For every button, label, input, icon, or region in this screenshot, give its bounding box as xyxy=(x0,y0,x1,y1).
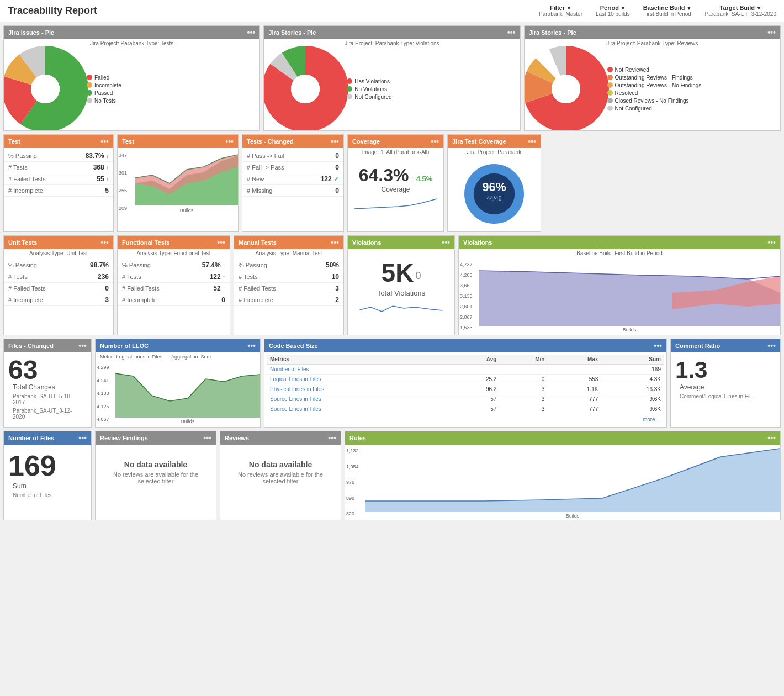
coverage-body: 64.3% ↑ 4.5% Coverage xyxy=(348,156,443,213)
jira-test-coverage-menu[interactable]: ••• xyxy=(528,137,536,146)
tests-changed-header: Tests - Changed ••• xyxy=(242,135,343,148)
target-label: Target Build ▼ xyxy=(720,4,761,11)
lloc-menu[interactable]: ••• xyxy=(247,341,256,350)
pass-fail-label: # Pass -> Fail xyxy=(247,152,284,159)
coverage-widget: Coverage ••• Image: 1: All (Parabank-All… xyxy=(347,134,444,232)
comment-ratio-body: 1.3 Average Comment/Logical Lines in Fil… xyxy=(671,352,780,406)
page-title: Traceability Report xyxy=(8,5,97,17)
jira-test-coverage-header: Jira Test Coverage ••• xyxy=(448,135,541,148)
num-files-big: 169 xyxy=(8,449,87,482)
legend-label-outstanding-findings: Outstanding Reviews - Findings xyxy=(615,75,693,81)
rules-widget: Rules ••• 1,132 1,054 976 898 820 xyxy=(345,431,781,520)
more-link[interactable]: more... xyxy=(267,414,664,425)
missing-value: 0 xyxy=(335,187,339,194)
violations-chart-y-axis: 4,737 4,203 3,669 3,135 2,601 2,067 1,53… xyxy=(459,260,479,333)
bottom-row: Number of Files ••• 169 Sum Number of Fi… xyxy=(3,431,781,520)
violations-stat-title: Violations xyxy=(352,239,381,246)
period-sub: Last 10 builds xyxy=(596,11,630,17)
files-changed-sub2: Parabank_SA-UT_3-12-2020 xyxy=(8,408,87,422)
comment-ratio-menu[interactable]: ••• xyxy=(767,341,776,350)
target-control[interactable]: Target Build ▼ Parabank_SA-UT_3-12-2020 xyxy=(704,4,776,17)
lloc-x-label: Builds xyxy=(115,419,260,424)
jira-stories-violations-legend: Has Violations No Violations Not Configu… xyxy=(347,78,391,100)
period-control[interactable]: Period ▼ Last 10 builds xyxy=(596,4,630,17)
violations-stat-widget: Violations ••• 5K 0 Total Violations xyxy=(347,235,455,335)
legend-label-no-violations: No Violations xyxy=(354,86,387,92)
manual-tests-header: Manual Tests ••• xyxy=(234,236,343,249)
legend-dot-not-configured-v xyxy=(347,94,352,99)
files-changed-title: Files - Changed xyxy=(8,342,54,349)
test-stats-header: Test ••• xyxy=(4,135,113,148)
manual-tests-menu[interactable]: ••• xyxy=(331,238,339,247)
test-stats-menu[interactable]: ••• xyxy=(100,137,109,146)
num-files-menu[interactable]: ••• xyxy=(78,434,87,442)
legend-dot-failed xyxy=(87,75,92,80)
unit-failed: # Failed Tests 0 xyxy=(4,283,113,294)
table-row: Logical Lines in Files 25.2 0 553 4.3K xyxy=(267,375,664,384)
tests-changed-title: Tests - Changed xyxy=(247,138,294,145)
table-row: Source Lines in Files 57 3 777 9.6K xyxy=(267,404,664,414)
manual-tests-count: # Tests 10 xyxy=(234,271,343,283)
baseline-control[interactable]: Baseline Build ▼ First Build in Period xyxy=(643,4,692,17)
coverage-menu[interactable]: ••• xyxy=(431,137,439,146)
col-min: Min xyxy=(500,355,548,365)
rules-menu[interactable]: ••• xyxy=(767,434,776,442)
pie-row: Jira Issues - Pie ••• Jira Project: Para… xyxy=(3,25,781,131)
jira-issues-pie-menu[interactable]: ••• xyxy=(247,28,256,37)
legend-dot-closed-no-findings xyxy=(607,98,613,103)
violations-chart-menu[interactable]: ••• xyxy=(767,238,776,247)
violations-stat-menu[interactable]: ••• xyxy=(442,238,450,247)
legend-has-violations: Has Violations xyxy=(347,78,391,85)
legend-dot-passed xyxy=(87,90,92,96)
rules-area-chart xyxy=(365,446,780,512)
legend-label-closed-no-findings: Closed Reviews - No Findings xyxy=(615,98,689,104)
jira-test-coverage-title: Jira Test Coverage xyxy=(452,138,506,145)
comment-ratio-label: Average xyxy=(675,383,776,393)
legend-not-configured-r: Not Configured xyxy=(607,106,702,112)
passing-pct-value: 83.7% ↓ xyxy=(86,152,109,160)
jira-stories-violations-body: Has Violations No Violations Not Configu… xyxy=(264,48,520,130)
unit-tests-menu[interactable]: ••• xyxy=(100,238,109,247)
functional-tests-menu[interactable]: ••• xyxy=(217,238,225,247)
functional-tests-widget: Functional Tests ••• Analysis Type: Func… xyxy=(117,235,230,335)
legend-label-no-tests: No Tests xyxy=(94,98,116,104)
main-content: Jira Issues - Pie ••• Jira Project: Para… xyxy=(0,22,784,527)
legend-label-has-violations: Has Violations xyxy=(354,78,390,85)
test-chart-area: Builds xyxy=(135,150,238,213)
rules-body: 1,132 1,054 976 898 820 Builds xyxy=(345,445,780,520)
violations-chart-body: 4,737 4,203 3,669 3,135 2,601 2,067 1,53… xyxy=(459,257,780,335)
jira-test-coverage-body: 96% 44/46 xyxy=(448,156,541,231)
test-stats-widget: Test ••• % Passing 83.7% ↓ # Tests xyxy=(3,134,114,232)
jira-stories-violations-menu[interactable]: ••• xyxy=(507,28,516,37)
num-files-title: Number of Files xyxy=(8,435,54,441)
new-check: ✓ xyxy=(333,175,339,183)
reviews-menu[interactable]: ••• xyxy=(328,434,336,442)
legend-incomplete: Incomplete xyxy=(87,82,121,88)
tests-changed-menu[interactable]: ••• xyxy=(331,137,339,146)
test-area-chart xyxy=(135,150,238,205)
code-size-menu[interactable]: ••• xyxy=(654,341,662,350)
test-chart-menu[interactable]: ••• xyxy=(225,137,234,146)
files-changed-menu[interactable]: ••• xyxy=(78,341,87,350)
lloc-area-chart xyxy=(115,362,260,418)
tests-changed-body: # Pass -> Fail 0 # Fail -> Pass 0 # New … xyxy=(242,148,343,199)
files-row: Files - Changed ••• 63 Total Changes Par… xyxy=(3,339,781,428)
legend-dot-not-configured-r xyxy=(607,106,613,111)
jira-issues-pie-widget: Jira Issues - Pie ••• Jira Project: Para… xyxy=(3,25,260,131)
review-findings-menu[interactable]: ••• xyxy=(203,434,211,442)
manual-tests-subtitle: Analysis Type: Manual Test xyxy=(234,249,343,257)
unit-passing-pct: % Passing 98.7% xyxy=(4,260,113,271)
legend-not-reviewed: Not Reviewed xyxy=(607,67,702,73)
filter-control[interactable]: Filter ▼ Parabank_Master xyxy=(539,4,582,17)
jira-test-coverage-subtitle: Jira Project: Parabank xyxy=(448,148,541,156)
header-controls: Filter ▼ Parabank_Master Period ▼ Last 1… xyxy=(539,4,776,17)
legend-label-resolved: Resolved xyxy=(615,90,638,96)
unit-tests-widget: Unit Tests ••• Analysis Type: Unit Test … xyxy=(3,235,114,335)
incomplete-label: # Incomplete xyxy=(8,187,43,194)
jira-stories-reviews-menu[interactable]: ••• xyxy=(767,28,776,37)
metric-missing: # Missing 0 xyxy=(242,185,343,197)
legend-dot-has-violations xyxy=(347,78,352,84)
functional-tests-title: Functional Tests xyxy=(122,239,170,246)
manual-incomplete: # Incomplete 2 xyxy=(234,294,343,306)
jira-stories-reviews-chart xyxy=(530,53,602,125)
